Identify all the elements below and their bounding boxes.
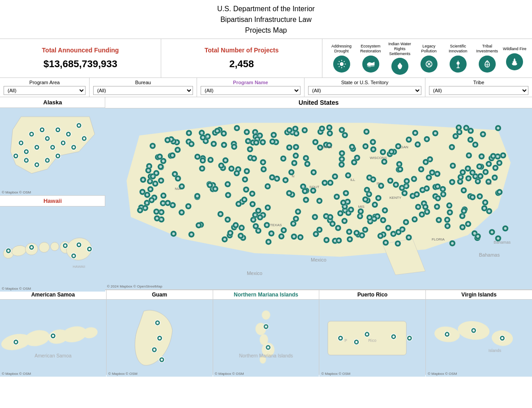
- samoa-canvas: [0, 300, 106, 377]
- virgin-canvas: [426, 300, 532, 377]
- prico-canvas: [319, 300, 425, 377]
- icon-circle-scientific: [450, 56, 467, 73]
- american-samoa-title: American Samoa: [0, 290, 106, 300]
- icon-label-wildfire: Wildland Fire: [503, 47, 527, 52]
- mariana-credit: © Mapbox © OSM: [215, 372, 244, 376]
- projects-label: Total Number of Projects: [205, 47, 279, 54]
- icons-panel: Addressing DroughtEcosystem RestorationI…: [322, 39, 532, 77]
- guam-title: Guam: [107, 290, 213, 300]
- page-header: U.S. Department of the Interior Bipartis…: [0, 0, 532, 39]
- alaska-credit: © Mapbox © OSM: [2, 190, 31, 194]
- samoa-credit: © Mapbox © OSM: [2, 372, 31, 376]
- top-maps: Alaska © Mapbox © OSM Hawaii © Mapbox © …: [0, 97, 532, 290]
- alaska-canvas: [0, 108, 105, 195]
- projects-value: 2,458: [229, 58, 254, 70]
- filter-state-label: State or U.S. Territory: [341, 80, 389, 85]
- hawaii-panel: Hawaii © Mapbox © OSM: [0, 196, 105, 292]
- projects-box: Total Number of Projects 2,458: [161, 39, 322, 77]
- header-line2: Bipartisan Infrastructure Law: [220, 16, 312, 23]
- icon-label-scientific: Scientific Innovation: [445, 44, 472, 54]
- hawaii-title: Hawaii: [0, 196, 105, 206]
- prico-credit: © Mapbox © OSM: [321, 372, 350, 376]
- left-panels: Alaska © Mapbox © OSM Hawaii © Mapbox © …: [0, 97, 105, 290]
- northern-mariana-panel: Northern Mariana Islands © Mapbox © OSM: [213, 290, 320, 375]
- icon-label-ecosystem: Ecosystem Restoration: [357, 44, 384, 54]
- icon-label-tribal: Tribal Investments: [474, 44, 501, 54]
- filter-tribe: Tribe (All): [425, 78, 532, 97]
- header-line1: U.S. Department of the Interior: [217, 5, 315, 13]
- funding-value: $13,685,739,933: [43, 58, 117, 70]
- svg-line-6: [343, 66, 344, 67]
- guam-panel: Guam © Mapbox © OSM: [107, 290, 213, 375]
- main-credit: © 2024 Mapbox © OpenStreetMap: [107, 284, 162, 288]
- filter-program-name: Program Name (All): [197, 78, 305, 97]
- icon-circle-pollution: [420, 56, 438, 73]
- bahamas-label: Bahamas: [493, 240, 511, 245]
- icon-label-water-rights: Indian Water Rights Settlements: [386, 42, 413, 56]
- svg-line-7: [343, 61, 344, 62]
- main-map-title: United States: [105, 97, 532, 108]
- puerto-rico-panel: Puerto Rico © Mapbox © OSM: [319, 290, 426, 375]
- filter-tribe-label: Tribe: [473, 80, 485, 85]
- filter-state: State or U.S. Territory (All): [305, 78, 425, 97]
- bottom-maps: American Samoa © Mapbox © OSM Guam © Map…: [0, 290, 532, 375]
- puerto-rico-title: Puerto Rico: [319, 290, 425, 300]
- stats-row: Total Announced Funding $13,685,739,933 …: [0, 39, 532, 78]
- virgin-credit: © Mapbox © OSM: [428, 372, 457, 376]
- maps-container: Alaska © Mapbox © OSM Hawaii © Mapbox © …: [0, 97, 532, 375]
- filter-program-area: Program Area (All): [0, 78, 90, 97]
- mariana-canvas: [213, 300, 319, 377]
- icon-circle-tribal: [479, 56, 496, 73]
- filter-row: Program Area (All) Bureau (All) Program …: [0, 78, 532, 97]
- icon-label-pollution: Legacy Pollution: [416, 44, 442, 54]
- icon-item-ecosystem[interactable]: Ecosystem Restoration: [357, 44, 384, 73]
- filter-bureau: Bureau (All): [90, 78, 197, 97]
- icon-item-water-rights[interactable]: Indian Water Rights Settlements: [386, 42, 413, 75]
- hawaii-canvas: [0, 206, 105, 292]
- filter-program-name-label: Program Name: [233, 80, 268, 85]
- filter-tribe-select[interactable]: (All): [429, 86, 528, 95]
- icon-item-drought[interactable]: Addressing Drought: [328, 44, 355, 73]
- filter-state-select[interactable]: (All): [308, 86, 421, 95]
- alaska-panel: Alaska © Mapbox © OSM: [0, 97, 105, 196]
- main-map: © 2024 Mapbox © OpenStreetMap Mexico Bah…: [105, 108, 532, 289]
- icon-item-tribal[interactable]: Tribal Investments: [474, 44, 501, 73]
- icon-label-drought: Addressing Drought: [328, 44, 355, 54]
- alaska-map: © Mapbox © OSM: [0, 108, 105, 195]
- filter-program-name-select[interactable]: (All): [201, 86, 300, 95]
- icon-circle-wildfire: [506, 53, 523, 70]
- svg-point-10: [456, 62, 459, 65]
- icon-item-wildfire[interactable]: Wildland Fire: [503, 47, 527, 70]
- virgin-islands-title: Virgin Islands: [426, 290, 532, 300]
- icon-circle-water-rights: [391, 58, 408, 75]
- header-line3: Projects Map: [245, 26, 287, 34]
- alaska-title: Alaska: [0, 97, 105, 108]
- northern-mariana-title: Northern Mariana Islands: [213, 290, 319, 300]
- american-samoa-panel: American Samoa © Mapbox © OSM: [0, 290, 107, 375]
- hawaii-map: © Mapbox © OSM: [0, 206, 105, 292]
- icon-item-scientific[interactable]: Scientific Innovation: [445, 44, 472, 73]
- icon-circle-ecosystem: [362, 56, 379, 73]
- funding-box: Total Announced Funding $13,685,739,933: [0, 39, 161, 77]
- filter-program-area-label: Program Area: [30, 80, 60, 85]
- virgin-islands-panel: Virgin Islands © Mapbox © OSM: [426, 290, 532, 375]
- funding-label: Total Announced Funding: [42, 47, 119, 54]
- filter-bureau-label: Bureau: [135, 80, 151, 85]
- main-map-panel: United States © 2024 Mapbox © OpenStreet…: [105, 97, 532, 290]
- icon-circle-drought: [333, 56, 350, 73]
- filter-bureau-select[interactable]: (All): [93, 86, 193, 95]
- filter-program-area-select[interactable]: (All): [4, 86, 86, 95]
- svg-point-0: [339, 62, 343, 66]
- hawaii-credit: © Mapbox © OSM: [2, 287, 31, 291]
- mexico-label: Mexico: [311, 257, 326, 262]
- guam-credit: © Mapbox © OSM: [108, 372, 137, 376]
- svg-line-5: [339, 61, 339, 62]
- svg-line-8: [339, 66, 339, 67]
- icon-item-pollution[interactable]: Legacy Pollution: [416, 44, 442, 73]
- guam-canvas: [107, 300, 213, 377]
